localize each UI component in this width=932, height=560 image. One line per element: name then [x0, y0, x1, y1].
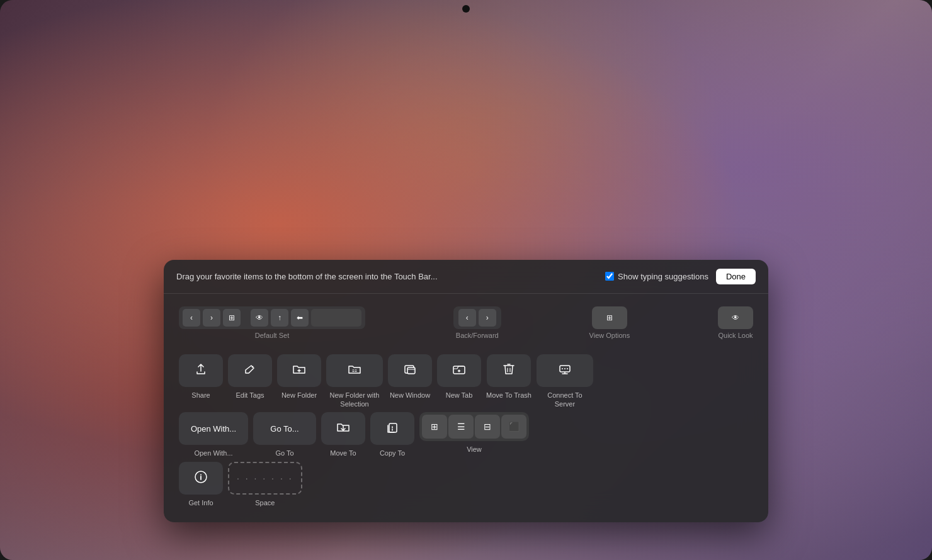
svg-point-26 — [200, 474, 202, 476]
edit-tags-tile: Edit Tags — [228, 354, 272, 400]
new-tab-tile: New Tab — [437, 354, 481, 400]
open-with-button[interactable]: Open With... — [179, 412, 248, 445]
connect-to-server-label: Connect To Server — [537, 391, 593, 409]
mac-frame: Drag your favorite items to the bottom o… — [0, 0, 932, 560]
panel-header-right: Show typing suggestions Done — [605, 269, 756, 284]
tb-spacer — [311, 309, 361, 327]
move-to-trash-button[interactable] — [487, 354, 531, 387]
touchbar-customization-panel: Drag your favorite items to the bottom o… — [164, 260, 768, 522]
new-folder-icon — [292, 363, 306, 378]
default-set-col: ‹ › ⊞ 👁 ↑ ⬅ Default Set — [179, 306, 365, 339]
back-forward-label: Back/Forward — [456, 332, 499, 339]
move-to-label: Move To — [330, 449, 356, 457]
edit-tags-icon — [244, 363, 256, 378]
new-folder-selection-button[interactable] — [326, 354, 383, 387]
items-row-3: Get Info · · · · · · · Space — [179, 462, 753, 507]
new-folder-selection-label: New Folder with Selection — [326, 391, 383, 409]
panel-header: Drag your favorite items to the bottom o… — [164, 260, 768, 294]
panel-content: ‹ › ⊞ 👁 ↑ ⬅ Default Set ‹ › — [164, 294, 768, 522]
new-folder-selection-tile: New Folder with Selection — [326, 354, 383, 409]
items-grid: Share Edit Tags — [179, 354, 753, 507]
view-gallery-btn[interactable]: ⬛ — [501, 415, 526, 439]
share-label: Share — [191, 391, 210, 400]
tb-back-btn[interactable]: ‹ — [183, 309, 200, 327]
open-with-text: Open With... — [191, 424, 236, 434]
new-tab-button[interactable] — [437, 354, 481, 387]
svg-rect-6 — [407, 367, 415, 374]
view-options-label: View Options — [589, 332, 630, 339]
view-column-btn[interactable]: ⊟ — [475, 415, 500, 439]
view-list-btn[interactable]: ☰ — [448, 415, 474, 439]
new-folder-label: New Folder — [281, 391, 317, 400]
view-group: ⊞ ☰ ⊟ ⬛ — [419, 412, 529, 441]
tb-grid-btn[interactable]: ⊞ — [223, 309, 241, 327]
edit-tags-button[interactable] — [228, 354, 272, 387]
view-label: View — [467, 445, 482, 454]
quick-look-label: Quick Look — [718, 332, 753, 339]
camera-notch — [462, 5, 470, 13]
connect-to-server-button[interactable] — [537, 354, 593, 387]
view-options-btn[interactable]: ⊞ — [592, 306, 627, 329]
quick-look-col: 👁 Quick Look — [718, 306, 753, 339]
view-icon-btn[interactable]: ⊞ — [422, 415, 447, 439]
svg-rect-22 — [389, 423, 397, 432]
back-forward-col: ‹ › Back/Forward — [453, 306, 501, 339]
move-to-trash-tile: Move To Trash — [486, 354, 531, 400]
new-folder-button[interactable] — [277, 354, 321, 387]
new-window-label: New Window — [390, 391, 430, 400]
go-to-label: Go To — [275, 449, 293, 457]
share-icon — [195, 363, 207, 378]
trash-icon — [503, 362, 515, 378]
move-to-button[interactable] — [321, 412, 365, 445]
new-window-tile: New Window — [388, 354, 432, 400]
tb-nav-forward[interactable]: › — [479, 309, 496, 327]
go-to-text: Go To... — [270, 424, 298, 434]
new-window-icon — [403, 363, 417, 378]
space-button[interactable]: · · · · · · · — [228, 462, 302, 495]
items-row-2: Open With... Open With... Go To... Go To — [179, 412, 753, 457]
svg-point-20 — [567, 368, 568, 369]
items-row-1: Share Edit Tags — [179, 354, 753, 409]
share-button[interactable] — [179, 354, 223, 387]
new-folder-tile: New Folder — [277, 354, 321, 400]
tb-back2-btn[interactable]: ⬅ — [291, 309, 309, 327]
tb-nav-back[interactable]: ‹ — [458, 309, 476, 327]
go-to-tile: Go To... Go To — [253, 412, 316, 457]
tb-forward-btn[interactable]: › — [203, 309, 220, 327]
tb-share-tb-btn[interactable]: ↑ — [271, 309, 288, 327]
done-button[interactable]: Done — [716, 269, 756, 284]
info-icon — [194, 470, 208, 486]
get-info-button[interactable] — [179, 462, 223, 495]
panel-instruction: Drag your favorite items to the bottom o… — [176, 272, 438, 281]
tb-eye-btn[interactable]: 👁 — [251, 309, 268, 327]
move-to-tile: Move To — [321, 412, 365, 457]
open-with-tile: Open With... Open With... — [179, 412, 248, 457]
new-tab-icon — [452, 363, 466, 378]
get-info-tile: Get Info — [179, 462, 223, 507]
server-icon — [558, 363, 572, 378]
touchbar-preview: ‹ › ⊞ 👁 ↑ ⬅ Default Set ‹ › — [179, 306, 753, 339]
connect-to-server-tile: Connect To Server — [537, 354, 593, 409]
copy-to-button[interactable] — [370, 412, 414, 445]
get-info-label: Get Info — [188, 498, 213, 507]
show-suggestions-checkbox[interactable] — [605, 272, 614, 281]
show-suggestions-label[interactable]: Show typing suggestions — [605, 272, 708, 281]
default-set-group: ‹ › ⊞ 👁 ↑ ⬅ — [179, 306, 365, 329]
view-tile: ⊞ ☰ ⊟ ⬛ View — [419, 412, 529, 454]
svg-point-19 — [564, 368, 565, 369]
new-window-button[interactable] — [388, 354, 432, 387]
copy-to-icon — [385, 421, 399, 437]
quick-look-btn[interactable]: 👁 — [718, 306, 753, 329]
space-tile: · · · · · · · Space — [228, 462, 302, 507]
open-with-label: Open With... — [194, 449, 232, 457]
space-label: Space — [255, 498, 275, 507]
svg-point-18 — [562, 368, 563, 369]
move-to-trash-label: Move To Trash — [486, 391, 531, 400]
new-tab-label: New Tab — [446, 391, 473, 400]
go-to-button[interactable]: Go To... — [253, 412, 316, 445]
space-dots: · · · · · · · — [237, 473, 293, 483]
share-tile: Share — [179, 354, 223, 400]
back-forward-group: ‹ › — [453, 306, 501, 329]
new-folder-selection-icon — [348, 363, 361, 378]
default-set-label: Default Set — [255, 332, 289, 339]
